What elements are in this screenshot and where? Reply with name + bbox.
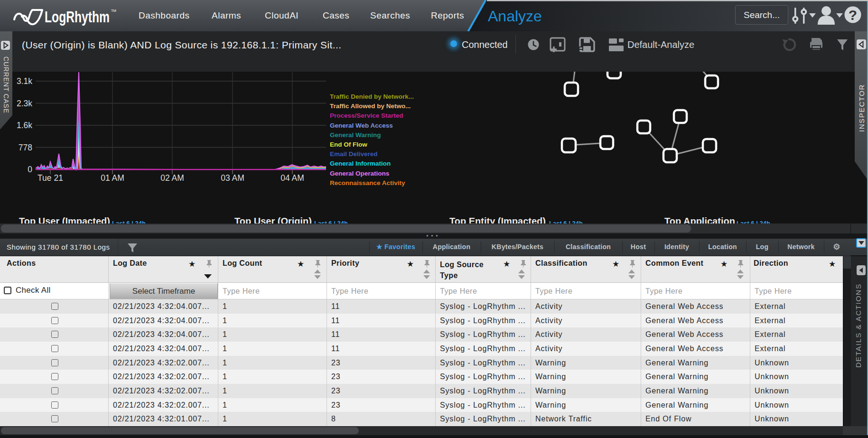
- svg-text:LogRhythm: LogRhythm: [45, 8, 110, 26]
- svg-text:01 AM: 01 AM: [101, 173, 124, 183]
- svg-text:02 AM: 02 AM: [160, 173, 184, 183]
- svg-text:3.1k: 3.1k: [17, 76, 32, 86]
- svg-text:TM: TM: [111, 9, 116, 13]
- svg-text:Tue 21: Tue 21: [37, 173, 63, 183]
- svg-text:03 AM: 03 AM: [221, 173, 244, 183]
- svg-text:1.6k: 1.6k: [17, 121, 32, 130]
- svg-text:2.3k: 2.3k: [17, 99, 32, 108]
- svg-text:?: ?: [849, 7, 857, 23]
- svg-text:04 AM: 04 AM: [280, 173, 304, 183]
- svg-text:0: 0: [28, 165, 32, 174]
- svg-text:778: 778: [19, 143, 32, 152]
